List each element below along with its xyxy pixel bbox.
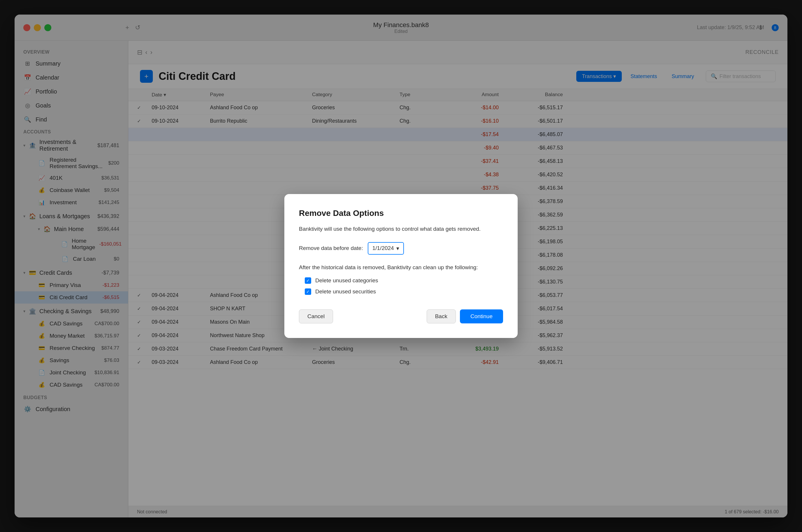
delete-securities-checkbox[interactable]: ✓ xyxy=(305,288,311,295)
date-dropdown-arrow: ▾ xyxy=(396,245,399,252)
modal-right-buttons: Back Continue xyxy=(427,309,503,323)
delete-categories-row[interactable]: ✓ Delete unused categories xyxy=(299,277,503,284)
modal-date-label: Remove data before date: xyxy=(299,245,363,251)
modal-overlay[interactable]: Remove Data Options Banktivity will use … xyxy=(0,0,802,532)
continue-button[interactable]: Continue xyxy=(460,309,503,323)
delete-categories-checkbox[interactable]: ✓ xyxy=(305,277,311,284)
modal-title: Remove Data Options xyxy=(299,209,503,218)
delete-securities-row[interactable]: ✓ Delete unused securities xyxy=(299,288,503,295)
modal-footer: Cancel Back Continue xyxy=(299,309,503,323)
back-button[interactable]: Back xyxy=(427,309,456,323)
modal-description: Banktivity will use the following option… xyxy=(299,225,503,233)
delete-securities-label: Delete unused securities xyxy=(315,288,376,295)
modal-date-row: Remove data before date: 1/1/2024 ▾ xyxy=(299,242,503,255)
modal-after-text: After the historical data is removed, Ba… xyxy=(299,263,503,272)
cancel-button[interactable]: Cancel xyxy=(299,309,333,323)
modal-date-input[interactable]: 1/1/2024 ▾ xyxy=(368,242,404,255)
remove-data-modal: Remove Data Options Banktivity will use … xyxy=(284,194,518,338)
delete-categories-label: Delete unused categories xyxy=(315,277,378,284)
date-value-text: 1/1/2024 xyxy=(372,245,394,251)
